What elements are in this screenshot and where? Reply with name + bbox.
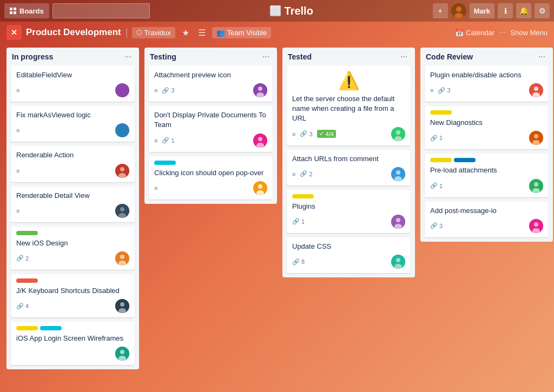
label-cyan xyxy=(154,161,176,165)
description-icon: ≡ xyxy=(154,185,157,191)
card-preload-attachments[interactable]: Pre-load attachments 🔗 1 xyxy=(425,154,549,197)
show-menu-label: Show Menu xyxy=(510,29,548,37)
paperclip-icon: 🔗 xyxy=(162,137,169,144)
description-icon: ≡ xyxy=(16,87,19,94)
card-editable-field-view[interactable]: EditableFieldView ≡ xyxy=(11,66,135,102)
card-footer: 🔗 1 xyxy=(430,179,543,193)
card-update-css[interactable]: Update CSS 🔗 8 xyxy=(287,237,411,273)
card-badges: 🔗 3 xyxy=(430,222,443,229)
description-icon: ≡ xyxy=(430,87,433,94)
svg-point-22 xyxy=(258,137,262,141)
card-fix-markasviewed[interactable]: Fix markAsViewed logic ≡ xyxy=(11,106,135,142)
calendar-button[interactable]: 📅 Calendar xyxy=(455,29,494,37)
list-tested: Tested ··· ⚠️ Let the server choose the … xyxy=(282,48,415,277)
card-title: Attachment preview icon xyxy=(154,70,267,80)
board-title: Product Development xyxy=(26,27,121,38)
attachments-badge: 🔗 1 xyxy=(430,135,443,142)
card-badges: 🔗 1 xyxy=(430,182,443,189)
search-input[interactable] xyxy=(52,3,150,18)
settings-button[interactable]: ⚙ xyxy=(535,3,550,18)
card-ios-app-login[interactable]: iOS App Login Screen Wireframes xyxy=(11,322,135,365)
avatar xyxy=(115,164,129,178)
list-title-testing: Testing xyxy=(150,52,260,61)
card-renderable-detail-view[interactable]: Renderable Detail View ≡ xyxy=(11,187,135,222)
card-add-post-message-io[interactable]: Add post-message-io 🔗 3 xyxy=(425,202,549,237)
board-icon: ✕ xyxy=(6,25,22,40)
boards-label: Boards xyxy=(19,7,44,15)
show-menu-button[interactable]: Show Menu xyxy=(510,29,548,37)
filter-button[interactable]: ☰ xyxy=(196,26,208,39)
list-header-tested: Tested ··· xyxy=(282,48,415,66)
board-content: In progress ··· EditableFieldView ≡ Fix … xyxy=(0,43,554,392)
card-attach-urls-from-comment[interactable]: Attach URLs from comment ≡ 🔗 2 xyxy=(287,150,411,185)
svg-point-4 xyxy=(120,167,124,171)
boards-button[interactable]: Boards xyxy=(4,3,49,18)
card-labels xyxy=(430,158,543,162)
card-labels xyxy=(16,326,129,330)
card-server-default-name[interactable]: ⚠️ Let the server choose the default nam… xyxy=(287,66,411,145)
label-red xyxy=(16,278,38,283)
visibility-button[interactable]: 👥 Team Visible xyxy=(212,27,271,38)
attachments-badge: 🔗 4 xyxy=(16,303,29,310)
list-menu-button[interactable]: ··· xyxy=(536,52,548,62)
card-plugins[interactable]: Plugins 🔗 1 xyxy=(287,190,411,233)
card-clicking-icon-popup[interactable]: Clicking icon should open pop-over ≡ xyxy=(149,156,273,200)
card-badges: ≡ xyxy=(154,185,157,191)
info-button[interactable]: ℹ xyxy=(498,3,513,18)
user-menu-button[interactable]: Mark xyxy=(470,3,494,18)
add-button[interactable]: + xyxy=(433,3,448,18)
avatar xyxy=(115,204,129,218)
label-yellow xyxy=(430,110,452,115)
svg-point-37 xyxy=(396,258,400,262)
card-title: Pre-load attachments xyxy=(430,165,543,175)
card-footer: ≡ 🔗 3 xyxy=(430,83,543,97)
list-menu-button[interactable]: ··· xyxy=(260,52,272,62)
card-plugin-enable-disable[interactable]: Plugin enable/disable actions ≡ 🔗 3 xyxy=(425,66,549,102)
avatar xyxy=(115,299,129,313)
avatar xyxy=(115,347,129,361)
list-menu-button[interactable]: ··· xyxy=(398,52,410,62)
card-title: EditableFieldView xyxy=(16,70,129,80)
description-icon: ≡ xyxy=(292,131,295,137)
paperclip-icon: 🔗 xyxy=(162,87,169,94)
card-title: Attach URLs from comment xyxy=(292,154,405,164)
notifications-button[interactable]: 🔔 xyxy=(516,3,531,18)
card-jk-keyboard-shortcuts[interactable]: J/K Keyboard Shortcuts Disabled 🔗 4 xyxy=(11,274,135,317)
card-badges: ≡ xyxy=(16,127,19,134)
attachments-badge: 🔗 3 xyxy=(300,130,312,137)
avatar xyxy=(391,167,405,181)
avatar xyxy=(253,181,267,195)
list-cards-testing: Attachment preview icon ≡ 🔗 3 Don't Disp… xyxy=(144,66,277,204)
top-navigation: Boards ⬜ Trello + Mark ℹ 🔔 ⚙ xyxy=(0,0,554,22)
description-badge: ≡ xyxy=(16,87,19,94)
svg-point-10 xyxy=(120,255,124,259)
card-footer: 🔗 8 xyxy=(292,255,405,269)
list-menu-button[interactable]: ··· xyxy=(122,52,134,62)
star-button[interactable]: ★ xyxy=(180,26,192,39)
card-footer: ≡ xyxy=(16,164,129,178)
card-new-ios-design[interactable]: New iOS Design 🔗 2 xyxy=(11,227,135,270)
card-footer: 🔗 4 xyxy=(16,299,129,313)
attachments-badge: 🔗 1 xyxy=(430,182,443,189)
card-title: Update CSS xyxy=(292,242,405,251)
checklist-badge: ✓ 4/4 xyxy=(317,130,336,138)
card-badges: 🔗 4 xyxy=(16,303,29,310)
card-footer: ≡ xyxy=(16,123,129,137)
list-testing: Testing ··· Attachment preview icon ≡ 🔗 … xyxy=(144,48,277,204)
card-renderable-action[interactable]: Renderable Action ≡ xyxy=(11,146,135,182)
avatar xyxy=(391,127,405,141)
paperclip-icon: 🔗 xyxy=(430,135,438,142)
calendar-icon: 📅 xyxy=(455,29,464,37)
avatar[interactable] xyxy=(451,3,466,18)
svg-point-43 xyxy=(534,134,538,138)
card-badges: 🔗 8 xyxy=(292,258,305,265)
card-attachment-preview-icon[interactable]: Attachment preview icon ≡ 🔗 3 xyxy=(149,66,273,102)
card-title: Plugins xyxy=(292,202,405,211)
svg-point-31 xyxy=(396,170,400,175)
list-header-in-progress: In progress ··· xyxy=(6,48,139,66)
description-badge: ≡ xyxy=(16,208,19,214)
workspace-button[interactable]: ⬡ Travidux xyxy=(132,27,175,38)
card-title: Don't Display Private Documents To Team xyxy=(154,110,267,130)
card-dont-display-private-docs[interactable]: Don't Display Private Documents To Team … xyxy=(149,106,273,151)
card-new-diagnostics[interactable]: New Diagnostics 🔗 1 xyxy=(425,106,549,149)
